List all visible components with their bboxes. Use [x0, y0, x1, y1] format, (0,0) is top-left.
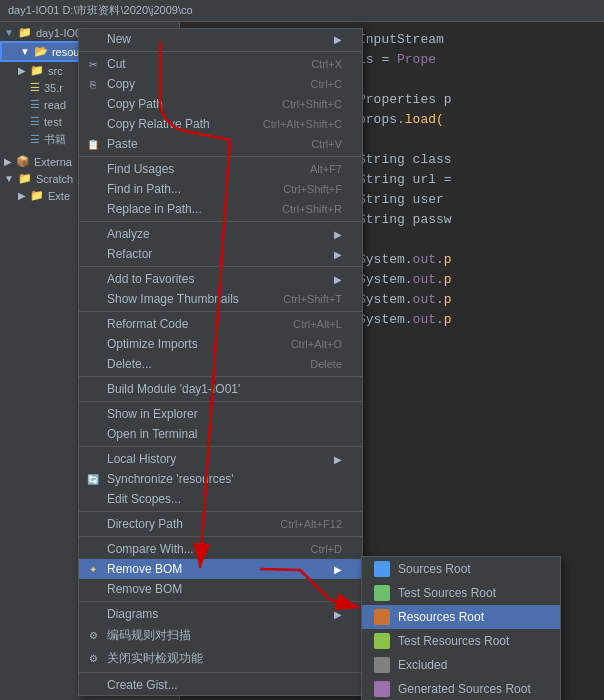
- menu-item-open-terminal[interactable]: Open in Terminal: [79, 424, 362, 444]
- separator-1: [79, 51, 362, 52]
- generated-sources-label: Generated Sources Root: [398, 682, 531, 696]
- menu-item-analyze[interactable]: Analyze ▶: [79, 224, 362, 244]
- submenu-arrow-new: ▶: [334, 34, 342, 45]
- menu-item-cut[interactable]: ✂ Cut Ctrl+X: [79, 54, 362, 74]
- separator-2: [79, 156, 362, 157]
- generated-sources-icon: [374, 681, 390, 697]
- copy-icon: ⎘: [85, 76, 101, 92]
- menu-item-find-usages[interactable]: Find Usages Alt+F7: [79, 159, 362, 179]
- menu-item-create-gist[interactable]: Create Gist...: [79, 675, 362, 695]
- menu-item-remove-bom[interactable]: Remove BOM: [79, 579, 362, 599]
- separator-11: [79, 601, 362, 602]
- menu-item-close-realtime[interactable]: ⚙ 关闭实时检观功能: [79, 647, 362, 670]
- code-line-4: Properties p: [358, 90, 596, 110]
- menu-label-create-gist: Create Gist...: [107, 678, 178, 692]
- title-bar: day1-IO01 D:\市班资料\2020\j2009\co: [0, 0, 604, 22]
- menu-item-new[interactable]: New ▶: [79, 29, 362, 49]
- submenu-item-excluded[interactable]: Excluded: [362, 653, 560, 677]
- realtime-icon: ⚙: [85, 651, 101, 667]
- code-line-14: System.out.p: [358, 290, 596, 310]
- menu-item-show-thumbnails[interactable]: Show Image Thumbnails Ctrl+Shift+T: [79, 289, 362, 309]
- submenu-item-generated-sources[interactable]: Generated Sources Root: [362, 677, 560, 700]
- menu-item-directory-path[interactable]: Directory Path Ctrl+Alt+F12: [79, 514, 362, 534]
- menu-item-mark-directory[interactable]: ✦ Remove BOM ▶: [79, 559, 362, 579]
- context-menu: New ▶ ✂ Cut Ctrl+X ⎘ Copy Ctrl+C Copy Pa…: [78, 28, 363, 696]
- submenu-item-sources-root[interactable]: Sources Root: [362, 557, 560, 581]
- code-line-7: String class: [358, 150, 596, 170]
- paste-shortcut: Ctrl+V: [311, 138, 342, 150]
- code-line-11: [358, 230, 596, 250]
- menu-item-copy-rel-path[interactable]: Copy Relative Path Ctrl+Alt+Shift+C: [79, 114, 362, 134]
- menu-label-build-module: Build Module 'day1-IO01': [107, 382, 240, 396]
- excluded-label: Excluded: [398, 658, 447, 672]
- code-line-1: InputStream: [358, 30, 596, 50]
- menu-item-build-module[interactable]: Build Module 'day1-IO01': [79, 379, 362, 399]
- code-line-10: String passw: [358, 210, 596, 230]
- menu-label-edit-scopes: Edit Scopes...: [107, 492, 181, 506]
- code-line-6: [358, 130, 596, 150]
- test-sources-root-label: Test Sources Root: [398, 586, 496, 600]
- code-line-15: System.out.p: [358, 310, 596, 330]
- menu-item-reformat[interactable]: Reformat Code Ctrl+Alt+L: [79, 314, 362, 334]
- menu-item-add-favorites[interactable]: Add to Favorites ▶: [79, 269, 362, 289]
- menu-item-local-history[interactable]: Local History ▶: [79, 449, 362, 469]
- menu-item-copy-path[interactable]: Copy Path Ctrl+Shift+C: [79, 94, 362, 114]
- menu-item-show-explorer[interactable]: Show in Explorer: [79, 404, 362, 424]
- menu-label-replace-in-path: Replace in Path...: [107, 202, 202, 216]
- submenu-arrow-mark: ▶: [334, 564, 342, 575]
- menu-item-synchronize[interactable]: 🔄 Synchronize 'resources': [79, 469, 362, 489]
- code-line-5: props.load(: [358, 110, 596, 130]
- menu-item-paste[interactable]: 📋 Paste Ctrl+V: [79, 134, 362, 154]
- menu-item-copy[interactable]: ⎘ Copy Ctrl+C: [79, 74, 362, 94]
- menu-label-synchronize: Synchronize 'resources': [107, 472, 234, 486]
- menu-item-replace-in-path[interactable]: Replace in Path... Ctrl+Shift+R: [79, 199, 362, 219]
- file2-label: read: [44, 99, 66, 111]
- thumbnails-shortcut: Ctrl+Shift+T: [283, 293, 342, 305]
- submenu-item-resources-root[interactable]: Resources Root: [362, 605, 560, 629]
- menu-item-code-scan[interactable]: ⚙ 编码规则对扫描: [79, 624, 362, 647]
- separator-5: [79, 311, 362, 312]
- submenu-mark-directory: Sources Root Test Sources Root Resources…: [361, 556, 561, 700]
- directory-path-shortcut: Ctrl+Alt+F12: [280, 518, 342, 530]
- separator-3: [79, 221, 362, 222]
- test-resources-root-label: Test Resources Root: [398, 634, 509, 648]
- menu-label-remove-bom: Remove BOM: [107, 582, 182, 596]
- resources-root-label: Resources Root: [398, 610, 484, 624]
- menu-item-compare[interactable]: Compare With... Ctrl+D: [79, 539, 362, 559]
- code-line-3: [358, 70, 596, 90]
- resources-root-icon: [374, 609, 390, 625]
- menu-label-new: New: [107, 32, 131, 46]
- title-text: day1-IO01 D:\市班资料\2020\j2009\co: [8, 3, 193, 18]
- cut-icon: ✂: [85, 56, 101, 72]
- menu-label-show-explorer: Show in Explorer: [107, 407, 198, 421]
- submenu-item-test-sources-root[interactable]: Test Sources Root: [362, 581, 560, 605]
- code-line-8: String url =: [358, 170, 596, 190]
- menu-item-diagrams[interactable]: Diagrams ▶: [79, 604, 362, 624]
- menu-label-diagrams: Diagrams: [107, 607, 158, 621]
- code-line-9: String user: [358, 190, 596, 210]
- menu-item-find-in-path[interactable]: Find in Path... Ctrl+Shift+F: [79, 179, 362, 199]
- submenu-arrow-favorites: ▶: [334, 274, 342, 285]
- menu-label-reformat: Reformat Code: [107, 317, 188, 331]
- code-line-12: System.out.p: [358, 250, 596, 270]
- menu-label-find-usages: Find Usages: [107, 162, 174, 176]
- delete-shortcut: Delete: [310, 358, 342, 370]
- menu-label-paste: Paste: [107, 137, 138, 151]
- menu-label-copy-rel-path: Copy Relative Path: [107, 117, 210, 131]
- file3-label: test: [44, 116, 62, 128]
- submenu-item-test-resources-root[interactable]: Test Resources Root: [362, 629, 560, 653]
- menu-label-cut: Cut: [107, 57, 126, 71]
- menu-item-refactor[interactable]: Refactor ▶: [79, 244, 362, 264]
- menu-item-optimize-imports[interactable]: Optimize Imports Ctrl+Alt+O: [79, 334, 362, 354]
- mark-dir-icon: ✦: [85, 561, 101, 577]
- menu-item-delete[interactable]: Delete... Delete: [79, 354, 362, 374]
- file1-label: 35.r: [44, 82, 63, 94]
- menu-label-compare: Compare With...: [107, 542, 194, 556]
- menu-item-edit-scopes[interactable]: Edit Scopes...: [79, 489, 362, 509]
- test-sources-root-icon: [374, 585, 390, 601]
- optimize-shortcut: Ctrl+Alt+O: [291, 338, 342, 350]
- find-usages-shortcut: Alt+F7: [310, 163, 342, 175]
- find-in-path-shortcut: Ctrl+Shift+F: [283, 183, 342, 195]
- menu-label-open-terminal: Open in Terminal: [107, 427, 198, 441]
- code-line-2: is = Prope: [358, 50, 596, 70]
